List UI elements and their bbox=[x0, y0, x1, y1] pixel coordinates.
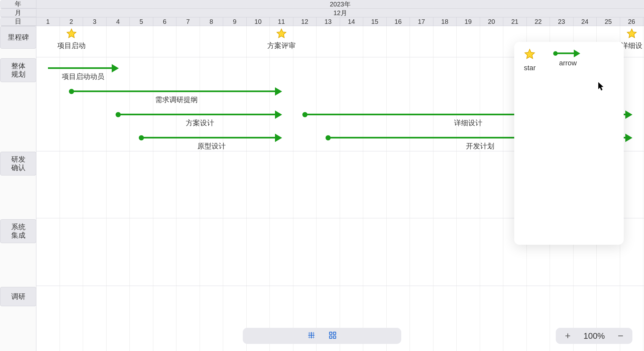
bottom-toolbar bbox=[243, 328, 401, 344]
svg-rect-7 bbox=[333, 332, 336, 335]
day-cells: 1234567891011121314151617181920212223242… bbox=[36, 17, 644, 26]
day-cell[interactable]: 15 bbox=[363, 17, 387, 26]
svg-rect-9 bbox=[333, 336, 336, 338]
milestone-label: 方案评审 bbox=[267, 41, 296, 51]
star-icon bbox=[66, 28, 77, 40]
day-cell[interactable]: 4 bbox=[107, 17, 130, 26]
day-label: 日 bbox=[0, 17, 36, 26]
day-cell[interactable]: 20 bbox=[480, 17, 504, 26]
day-cell[interactable]: 7 bbox=[176, 17, 200, 26]
shape-option-star[interactable]: star bbox=[524, 48, 536, 72]
day-cell[interactable]: 14 bbox=[340, 17, 364, 26]
month-value[interactable]: 12月 bbox=[36, 9, 644, 17]
year-label: 年 bbox=[0, 0, 36, 8]
arrow-line bbox=[71, 90, 276, 92]
day-cell[interactable]: 2 bbox=[60, 17, 83, 26]
milestone-label: 项目启动 bbox=[57, 41, 86, 51]
zoom-in-button[interactable]: + bbox=[565, 330, 571, 341]
row-labels-column: 里程碑整体 规划研发 确认系统 集成调研 bbox=[0, 26, 36, 351]
arrow-head-icon bbox=[275, 110, 282, 119]
svg-rect-8 bbox=[329, 336, 332, 338]
gantt-arrow[interactable]: 方案设计 bbox=[118, 114, 282, 116]
shape-option-arrow[interactable]: arrow bbox=[555, 48, 581, 67]
day-cell[interactable]: 24 bbox=[573, 17, 597, 26]
zoom-level: 100% bbox=[583, 331, 605, 341]
swimlane-label[interactable]: 系统 集成 bbox=[0, 219, 36, 243]
gantt-arrow[interactable]: 原型设计 bbox=[141, 137, 281, 139]
year-value[interactable]: 2023年 bbox=[36, 0, 644, 8]
day-cell[interactable]: 5 bbox=[130, 17, 153, 26]
gantt-arrow[interactable]: 项目启动动员 bbox=[48, 67, 118, 69]
day-cell[interactable]: 10 bbox=[247, 17, 270, 26]
day-cell[interactable]: 17 bbox=[410, 17, 433, 26]
arrow-line bbox=[48, 67, 112, 69]
zoom-out-button[interactable]: − bbox=[618, 330, 623, 341]
arrow-head-icon bbox=[275, 87, 282, 96]
shape-option-label: arrow bbox=[559, 59, 577, 67]
day-cell[interactable]: 9 bbox=[223, 17, 247, 26]
zoom-control: + 100% − bbox=[556, 328, 632, 344]
gantt-arrow-label: 方案设计 bbox=[186, 118, 214, 128]
day-cell[interactable]: 19 bbox=[457, 17, 480, 26]
day-cell[interactable]: 13 bbox=[317, 17, 340, 26]
swimlane-label[interactable]: 里程碑 bbox=[0, 26, 36, 49]
svg-rect-6 bbox=[329, 332, 332, 335]
swimlane-label[interactable]: 整体 规划 bbox=[0, 58, 36, 82]
month-label: 月 bbox=[0, 9, 36, 17]
shape-picker-popup[interactable]: star arrow bbox=[514, 42, 624, 245]
star-icon bbox=[276, 28, 287, 40]
star-icon bbox=[524, 48, 535, 61]
gantt-arrow-label: 需求调研提纲 bbox=[155, 95, 198, 105]
day-cell[interactable]: 23 bbox=[550, 17, 573, 26]
swimlane-label[interactable]: 研发 确认 bbox=[0, 152, 36, 176]
timeline-header: 年 2023年 月 12月 日 123456789101112131415161… bbox=[0, 0, 644, 26]
milestone-label: 详细设 bbox=[621, 41, 642, 51]
arrow-head-icon bbox=[112, 64, 119, 72]
arrow-line bbox=[141, 137, 276, 138]
milestone[interactable]: 项目启动 bbox=[57, 28, 86, 51]
star-icon bbox=[626, 28, 637, 40]
modules-icon[interactable] bbox=[328, 331, 337, 341]
milestone[interactable]: 方案评审 bbox=[267, 28, 296, 51]
gantt-arrow[interactable]: 需求调研提纲 bbox=[71, 90, 282, 92]
day-cell[interactable]: 16 bbox=[387, 17, 410, 26]
day-cell[interactable]: 12 bbox=[293, 17, 317, 26]
day-cell[interactable]: 1 bbox=[36, 17, 60, 26]
arrow-head-icon bbox=[625, 110, 632, 119]
grid-icon[interactable] bbox=[307, 331, 316, 341]
gantt-arrow-label: 开发计划 bbox=[466, 141, 494, 151]
arrow-line bbox=[118, 114, 276, 115]
day-cell[interactable]: 22 bbox=[527, 17, 550, 26]
milestone[interactable]: 详细设 bbox=[621, 28, 642, 51]
day-cell[interactable]: 11 bbox=[270, 17, 293, 26]
arrow-head-icon bbox=[275, 134, 282, 142]
day-cell[interactable]: 6 bbox=[153, 17, 177, 26]
day-cell[interactable]: 8 bbox=[200, 17, 223, 26]
arrow-head-icon bbox=[625, 134, 632, 142]
swimlane-label[interactable]: 调研 bbox=[0, 287, 36, 306]
day-cell[interactable]: 3 bbox=[83, 17, 107, 26]
day-cell[interactable]: 25 bbox=[597, 17, 620, 26]
arrow-icon bbox=[555, 50, 581, 56]
day-cell[interactable]: 26 bbox=[620, 17, 644, 26]
day-cell[interactable]: 21 bbox=[503, 17, 527, 26]
gantt-arrow-label: 详细设计 bbox=[454, 118, 482, 128]
day-cell[interactable]: 18 bbox=[433, 17, 457, 26]
gantt-arrow-label: 原型设计 bbox=[197, 141, 226, 151]
gantt-arrow-label: 项目启动动员 bbox=[62, 72, 104, 81]
shape-option-label: star bbox=[524, 64, 536, 72]
